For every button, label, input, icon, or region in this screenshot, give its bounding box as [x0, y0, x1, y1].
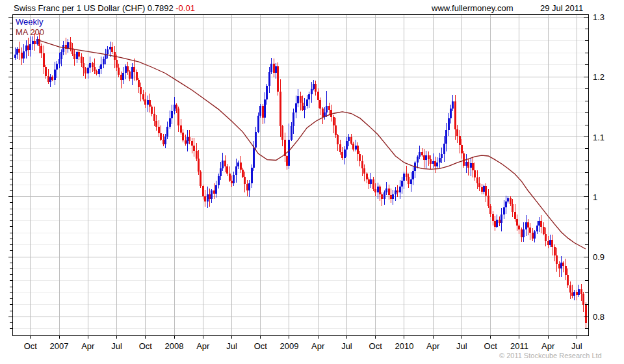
candle-body	[180, 125, 182, 133]
candle-body	[355, 146, 357, 150]
candle-body	[43, 53, 45, 67]
candle-body	[430, 159, 432, 164]
x-axis-label: Jul	[456, 341, 467, 351]
candle-body	[481, 187, 483, 192]
candle-body	[496, 220, 498, 227]
candle-body	[162, 140, 164, 144]
candle-body	[187, 137, 188, 143]
candle-body	[536, 226, 538, 231]
candle-body	[578, 289, 580, 295]
candle-body	[545, 234, 547, 241]
candle-body	[213, 190, 215, 194]
candle-body	[118, 68, 120, 74]
candle-body	[297, 96, 299, 103]
candle-body	[532, 233, 534, 239]
candle-body	[540, 221, 542, 227]
candle-body	[521, 229, 523, 237]
candle-body	[434, 161, 436, 166]
x-axis-label: Jul	[111, 341, 122, 351]
candle-body	[554, 247, 556, 255]
candle-body	[73, 54, 75, 58]
candle-body	[266, 86, 268, 99]
copyright-notice: © 2011 Stockcube Research Ltd	[499, 352, 602, 359]
candle-body	[295, 103, 297, 112]
candle-body	[127, 66, 129, 72]
candle-body	[268, 72, 270, 86]
candle-body	[368, 179, 370, 184]
candle-body	[202, 186, 204, 196]
plot-border	[12, 14, 588, 335]
candle-body	[185, 140, 187, 144]
x-axis-label: Oct	[24, 341, 38, 351]
candle-body	[308, 94, 310, 99]
candle-body	[330, 110, 332, 117]
candle-body	[58, 59, 60, 64]
candle-body	[423, 155, 425, 160]
candle-body	[158, 127, 160, 133]
candle-body	[83, 63, 84, 68]
candle-body	[384, 192, 385, 198]
candle-body	[339, 144, 341, 151]
candle-body	[248, 183, 250, 190]
candle-body	[372, 179, 374, 189]
candle-body	[573, 292, 575, 296]
candle-body	[16, 49, 18, 55]
candle-body	[215, 185, 217, 194]
price-chart: 1.31.21.110.90.8Oct2007AprJulOct2008AprJ…	[0, 0, 624, 364]
candle-body	[76, 52, 78, 58]
candle-body	[445, 130, 447, 143]
candle-body	[151, 107, 153, 113]
candle-body	[60, 52, 62, 59]
candle-body	[319, 100, 321, 109]
candle-body	[510, 198, 512, 204]
candle-body	[452, 101, 454, 109]
candle-body	[381, 194, 383, 198]
candle-body	[436, 162, 438, 166]
candle-body	[348, 137, 350, 141]
candle-body	[207, 194, 209, 202]
candle-body	[107, 49, 109, 54]
candle-body	[27, 46, 29, 49]
candle-body	[164, 136, 166, 145]
candle-body	[237, 162, 239, 166]
candle-body	[439, 158, 441, 162]
candle-body	[527, 222, 529, 227]
x-axis-label: 2007	[50, 341, 69, 351]
candle-body	[432, 161, 434, 164]
candle-body	[171, 111, 173, 118]
candle-body	[529, 228, 531, 233]
x-axis-label: Oct	[484, 341, 498, 351]
x-axis-label: Apr	[311, 341, 325, 351]
candle-body	[538, 221, 540, 226]
candle-body	[231, 181, 233, 183]
candle-body	[96, 71, 98, 74]
candle-body	[182, 133, 184, 140]
candle-body	[543, 227, 545, 234]
candle-body	[262, 106, 264, 118]
candle-body	[417, 157, 419, 162]
candle-body	[478, 183, 480, 187]
candle-body	[341, 152, 343, 158]
candle-body	[280, 92, 281, 126]
candle-body	[255, 132, 257, 148]
candle-body	[292, 112, 294, 126]
candle-body	[377, 187, 379, 192]
candle-body	[45, 67, 47, 76]
candle-body	[443, 144, 445, 155]
candle-body	[131, 67, 133, 79]
candle-body	[494, 221, 496, 227]
candle-body	[410, 179, 412, 184]
candle-body	[428, 155, 430, 159]
candle-body	[264, 99, 266, 118]
candle-body	[412, 171, 414, 179]
candle-body	[396, 190, 398, 193]
candle-body	[89, 63, 91, 68]
candle-body	[359, 154, 361, 161]
candle-body	[388, 188, 390, 195]
candle-body	[211, 190, 213, 199]
candle-body	[461, 145, 463, 153]
candle-body	[352, 144, 354, 150]
candle-body	[344, 150, 346, 158]
x-axis-label: 2008	[165, 341, 184, 351]
y-axis-label: 1.3	[593, 12, 604, 22]
